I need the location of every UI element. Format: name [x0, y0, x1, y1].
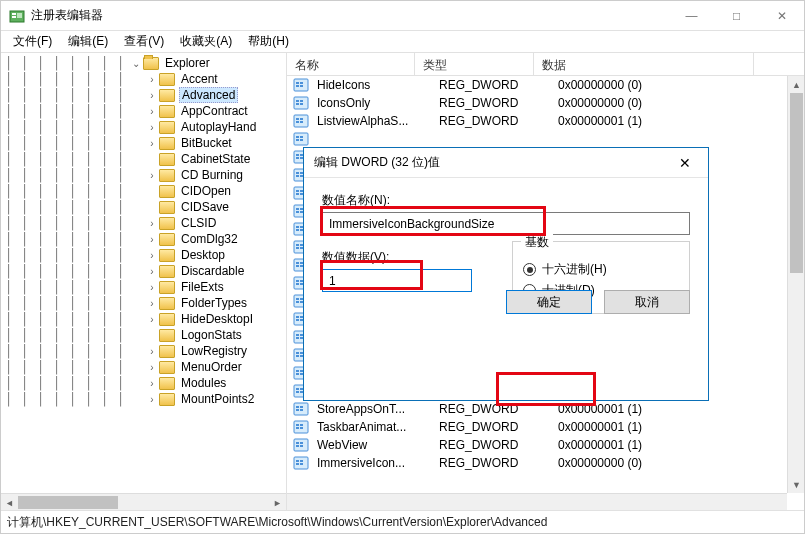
svg-rect-92 [296, 391, 299, 393]
tree-item[interactable]: ││││││││ ›HideDesktopI [1, 311, 286, 327]
svg-rect-90 [296, 388, 299, 390]
tree-item[interactable]: ││││││││ ›Accent [1, 71, 286, 87]
svg-rect-27 [296, 157, 299, 159]
dialog-close-button[interactable]: ✕ [672, 150, 698, 176]
tree-item[interactable]: ││││││││ ›AppContract [1, 103, 286, 119]
svg-rect-103 [300, 427, 303, 429]
dialog-title-bar[interactable]: 编辑 DWORD (32 位)值 ✕ [304, 148, 708, 178]
svg-rect-113 [300, 463, 303, 465]
scroll-thumb[interactable] [18, 496, 118, 509]
tree-item[interactable]: ││││││││ ›MenuOrder [1, 359, 286, 375]
svg-rect-77 [296, 337, 299, 339]
column-header-name[interactable]: 名称 [287, 53, 415, 75]
menu-favorites[interactable]: 收藏夹(A) [172, 31, 240, 52]
tree-item[interactable]: ││││││││ ›Desktop [1, 247, 286, 263]
svg-rect-2 [12, 16, 16, 18]
svg-rect-87 [296, 373, 299, 375]
tree-item[interactable]: ││││││││ CIDSave [1, 199, 286, 215]
cancel-button[interactable]: 取消 [604, 290, 690, 314]
svg-rect-105 [296, 442, 299, 444]
tree-item[interactable]: ││││││││ ›FileExts [1, 279, 286, 295]
svg-rect-5 [296, 82, 299, 84]
svg-rect-13 [300, 103, 303, 105]
tree-item[interactable]: ││││││││ CabinetState [1, 151, 286, 167]
scroll-thumb[interactable] [790, 93, 803, 273]
svg-rect-82 [296, 355, 299, 357]
tree-item[interactable]: ││││││││ ›CLSID [1, 215, 286, 231]
list-row[interactable] [287, 130, 804, 148]
list-row[interactable]: HideIconsREG_DWORD0x00000000 (0) [287, 76, 804, 94]
svg-rect-65 [296, 298, 299, 300]
svg-rect-80 [296, 352, 299, 354]
tree-item[interactable]: ││││││││ ›ComDlg32 [1, 231, 286, 247]
list-row[interactable]: StoreAppsOnT...REG_DWORD0x00000001 (1) [287, 400, 804, 418]
radix-hex-option[interactable]: 十六进制(H) [523, 261, 679, 278]
tree-item-explorer[interactable]: ││││││││⌄Explorer [1, 55, 286, 71]
svg-rect-8 [300, 85, 303, 87]
tree-item[interactable]: ││││││││ ›CD Burning [1, 167, 286, 183]
svg-rect-15 [296, 118, 299, 120]
tree-horizontal-scrollbar[interactable]: ◄ ► [1, 493, 286, 510]
window-title: 注册表编辑器 [31, 7, 669, 24]
maximize-button[interactable]: □ [714, 1, 759, 30]
svg-rect-30 [296, 172, 299, 174]
svg-rect-7 [296, 85, 299, 87]
svg-rect-60 [296, 280, 299, 282]
svg-rect-21 [300, 136, 303, 138]
tree-item[interactable]: ││││││││ ›Discardable [1, 263, 286, 279]
svg-rect-45 [296, 226, 299, 228]
scroll-up-icon[interactable]: ▲ [788, 76, 804, 93]
minimize-button[interactable]: — [669, 1, 714, 30]
list-row[interactable]: IconsOnlyREG_DWORD0x00000000 (0) [287, 94, 804, 112]
tree-item[interactable]: ││││││││ ›AutoplayHand [1, 119, 286, 135]
svg-rect-101 [300, 424, 303, 426]
list-vertical-scrollbar[interactable]: ▲ ▼ [787, 76, 804, 493]
menu-view[interactable]: 查看(V) [116, 31, 172, 52]
svg-rect-10 [296, 100, 299, 102]
tree-item[interactable]: ││││││││ ›LowRegistry [1, 343, 286, 359]
tree-item[interactable]: ││││││││ ›FolderTypes [1, 295, 286, 311]
tree-item[interactable]: ││││││││ ›Advanced [1, 87, 286, 103]
dialog-title: 编辑 DWORD (32 位)值 [314, 154, 672, 171]
column-header-type[interactable]: 类型 [415, 53, 534, 75]
list-header: 名称 类型 数据 [287, 53, 804, 76]
tree-item[interactable]: ││││││││ ›MountPoints2 [1, 391, 286, 407]
column-header-data[interactable]: 数据 [534, 53, 754, 75]
svg-rect-108 [300, 445, 303, 447]
svg-rect-6 [300, 82, 303, 84]
svg-rect-102 [296, 427, 299, 429]
tree-pane[interactable]: ││││││││⌄Explorer││││││││ ›Accent│││││││… [1, 53, 287, 510]
value-data-field[interactable] [322, 269, 472, 292]
scroll-right-icon[interactable]: ► [269, 494, 286, 510]
list-row[interactable]: WebViewREG_DWORD0x00000001 (1) [287, 436, 804, 454]
tree-item[interactable]: ││││││││ ›Modules [1, 375, 286, 391]
list-row[interactable]: ImmersiveIcon...REG_DWORD0x00000000 (0) [287, 454, 804, 472]
highlight-box [496, 372, 596, 406]
svg-rect-106 [300, 442, 303, 444]
list-row[interactable]: TaskbarAnimat...REG_DWORD0x00000001 (1) [287, 418, 804, 436]
tree-item[interactable]: ││││││││ LogonStats [1, 327, 286, 343]
menu-help[interactable]: 帮助(H) [240, 31, 297, 52]
svg-rect-112 [296, 463, 299, 465]
status-path: 计算机\HKEY_CURRENT_USER\SOFTWARE\Microsoft… [7, 515, 547, 529]
list-row[interactable]: ListviewAlphaS...REG_DWORD0x00000001 (1) [287, 112, 804, 130]
ok-button[interactable]: 确定 [506, 290, 592, 314]
tree-item[interactable]: ││││││││ CIDOpen [1, 183, 286, 199]
svg-rect-32 [296, 175, 299, 177]
scroll-down-icon[interactable]: ▼ [788, 476, 804, 493]
menu-edit[interactable]: 编辑(E) [60, 31, 116, 52]
value-name-field[interactable] [322, 212, 690, 235]
close-button[interactable]: ✕ [759, 1, 804, 30]
svg-rect-12 [296, 103, 299, 105]
scroll-left-icon[interactable]: ◄ [1, 494, 18, 510]
svg-rect-62 [296, 283, 299, 285]
svg-rect-96 [300, 406, 303, 408]
value-data-label: 数值数据(V): [322, 249, 472, 266]
svg-rect-85 [296, 370, 299, 372]
svg-rect-75 [296, 334, 299, 336]
menu-file[interactable]: 文件(F) [5, 31, 60, 52]
list-horizontal-scrollbar[interactable] [287, 493, 787, 510]
tree-item[interactable]: ││││││││ ›BitBucket [1, 135, 286, 151]
svg-rect-40 [296, 208, 299, 210]
svg-rect-11 [300, 100, 303, 102]
